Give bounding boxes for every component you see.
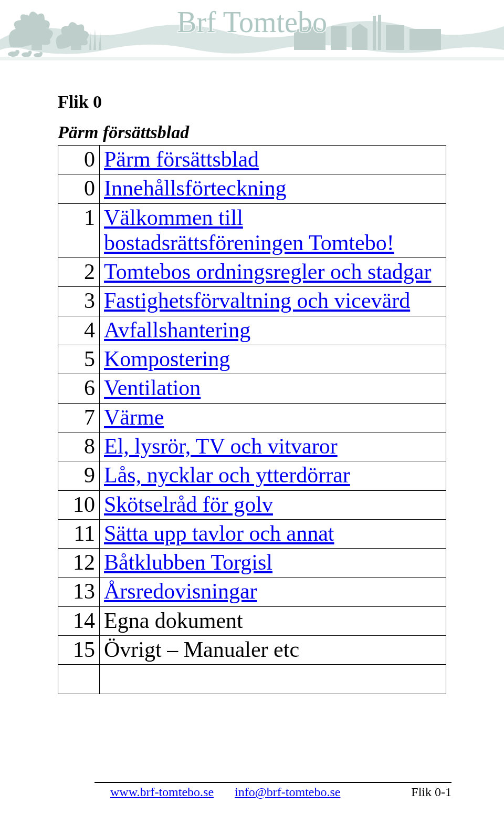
toc-table: 0Pärm försättsblad0Innehållsförteckning1… — [58, 145, 446, 694]
table-row: 12Båtklubben Torgisl — [58, 549, 446, 578]
svg-point-3 — [28, 51, 32, 55]
toc-label-cell: Fastighetsförvaltning och vicevärd — [100, 287, 446, 316]
toc-number: 4 — [58, 316, 100, 345]
toc-number: 8 — [58, 432, 100, 461]
toc-label-cell: Tomtebos ordningsregler och stadgar — [100, 258, 446, 287]
toc-label-cell: Värme — [100, 403, 446, 432]
page-subtitle: Pärm försättsblad — [58, 122, 452, 142]
toc-link[interactable]: Avfallshantering — [104, 318, 250, 342]
footer-divider — [94, 782, 452, 783]
toc-link[interactable]: Fastighetsförvaltning och vicevärd — [104, 288, 410, 313]
table-row: 9Lås, nycklar och ytterdörrar — [58, 461, 446, 490]
table-row: 2Tomtebos ordningsregler och stadgar — [58, 258, 446, 287]
table-row: 5Kompostering — [58, 345, 446, 374]
toc-number: 13 — [58, 578, 100, 606]
toc-label-cell: Skötselråd för golv — [100, 490, 446, 519]
toc-number: 1 — [58, 203, 100, 258]
toc-number: 0 — [58, 174, 100, 203]
table-row: 6Ventilation — [58, 374, 446, 403]
table-row: 11Sätta upp tavlor och annat — [58, 519, 446, 548]
table-row: 3Fastighetsförvaltning och vicevärd — [58, 287, 446, 316]
footer-site-link[interactable]: www.brf-tomtebo.se — [110, 785, 214, 799]
toc-label-cell: Välkommen till bostadsrättsföreningen To… — [100, 203, 446, 258]
toc-link[interactable]: Innehållsförteckning — [104, 176, 287, 200]
table-row: 14Egna dokument — [58, 606, 446, 635]
toc-link[interactable]: Lås, nycklar och ytterdörrar — [104, 463, 350, 487]
toc-number: 6 — [58, 374, 100, 403]
toc-label-cell: Sätta upp tavlor och annat — [100, 519, 446, 548]
footer-email-link[interactable]: info@brf-tomtebo.se — [235, 785, 340, 799]
toc-number: 14 — [58, 606, 100, 635]
toc-link[interactable]: El, lysrör, TV och vitvaror — [104, 434, 338, 458]
page-title: Flik 0 — [58, 92, 452, 112]
svg-rect-6 — [0, 57, 504, 60]
table-row: 1Välkommen till bostadsrättsföreningen T… — [58, 203, 446, 258]
toc-label-cell: Övrigt – Manualer etc — [100, 636, 446, 665]
toc-label-cell: Årsredovisningar — [100, 578, 446, 606]
table-row: 8El, lysrör, TV och vitvaror — [58, 432, 446, 461]
toc-label-cell: Båtklubben Torgisl — [100, 549, 446, 578]
svg-point-5 — [39, 52, 43, 55]
toc-number: 0 — [58, 146, 100, 174]
toc-link[interactable]: Värme — [104, 405, 164, 429]
toc-number: 15 — [58, 636, 100, 665]
toc-link[interactable]: Pärm försättsblad — [104, 147, 259, 171]
toc-link[interactable]: Skötselråd för golv — [104, 492, 273, 517]
toc-number: 11 — [58, 519, 100, 548]
toc-label-cell: Pärm försättsblad — [100, 146, 446, 174]
page-footer: www.brf-tomtebo.se info@brf-tomtebo.se F… — [0, 782, 504, 799]
toc-link[interactable]: Ventilation — [104, 376, 201, 400]
toc-label-cell: Avfallshantering — [100, 316, 446, 345]
toc-label-cell: El, lysrör, TV och vitvaror — [100, 432, 446, 461]
toc-label-cell: Egna dokument — [100, 606, 446, 635]
toc-number: 9 — [58, 461, 100, 490]
table-row: 15Övrigt – Manualer etc — [58, 636, 446, 665]
toc-number: 5 — [58, 345, 100, 374]
toc-label-cell: Innehållsförteckning — [100, 174, 446, 203]
banner-silhouette — [0, 0, 504, 60]
toc-label-cell: Ventilation — [100, 374, 446, 403]
toc-link[interactable]: Årsredovisningar — [104, 579, 257, 603]
header-banner: Brf Tomtebo — [0, 0, 504, 60]
toc-link[interactable]: Kompostering — [104, 347, 230, 371]
toc-link[interactable]: Välkommen till bostadsrättsföreningen To… — [104, 205, 394, 255]
toc-number — [58, 665, 100, 694]
svg-point-1 — [15, 50, 19, 54]
table-row — [58, 665, 446, 694]
toc-number: 10 — [58, 490, 100, 519]
table-row: 4Avfallshantering — [58, 316, 446, 345]
table-row: 10Skötselråd för golv — [58, 490, 446, 519]
toc-number: 12 — [58, 549, 100, 578]
toc-number: 2 — [58, 258, 100, 287]
toc-link[interactable]: Båtklubben Torgisl — [104, 550, 272, 574]
table-row: 7Värme — [58, 403, 446, 432]
toc-number: 7 — [58, 403, 100, 432]
toc-label-cell: Kompostering — [100, 345, 446, 374]
toc-label-cell — [100, 665, 446, 694]
footer-page-number: Flik 0-1 — [411, 785, 452, 799]
toc-label-cell: Lås, nycklar och ytterdörrar — [100, 461, 446, 490]
table-row: 0Pärm försättsblad — [58, 146, 446, 174]
table-row: 0Innehållsförteckning — [58, 174, 446, 203]
toc-number: 3 — [58, 287, 100, 316]
toc-link[interactable]: Tomtebos ordningsregler och stadgar — [104, 260, 431, 284]
toc-link[interactable]: Sätta upp tavlor och annat — [104, 521, 334, 545]
table-row: 13Årsredovisningar — [58, 578, 446, 606]
